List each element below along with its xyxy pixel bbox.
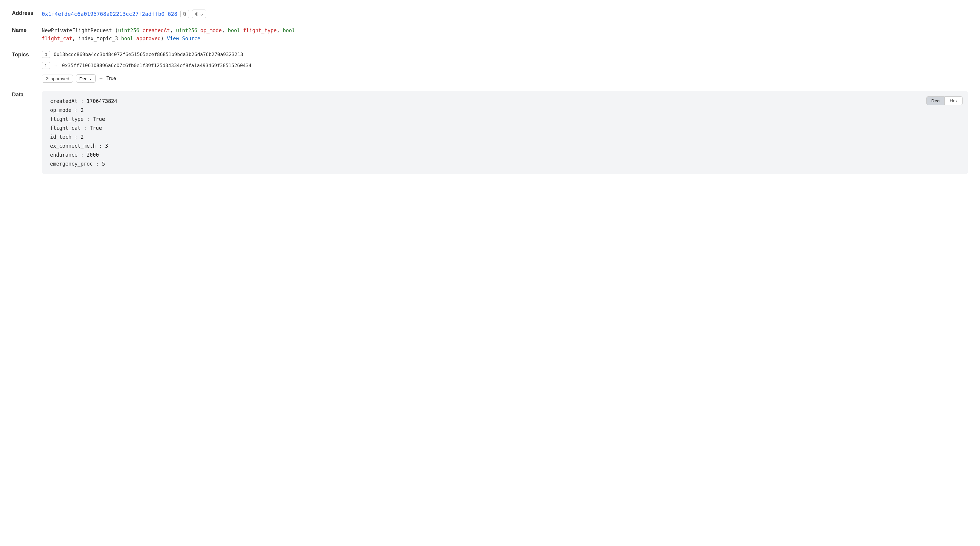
param1-type: uint256 bbox=[118, 27, 140, 34]
paren-open: ( bbox=[115, 27, 118, 34]
dec-button[interactable]: Dec bbox=[926, 96, 945, 105]
field-value-flight_cat: True bbox=[90, 125, 102, 131]
field-sep-op_mode: : bbox=[72, 107, 81, 113]
data-field-flight_type: flight_type : True bbox=[50, 116, 960, 122]
approved-value: True bbox=[107, 76, 116, 81]
approved-badge: 2: approved bbox=[42, 75, 73, 83]
topics-label: Topics bbox=[12, 51, 42, 58]
field-value-createdAt: 1706473824 bbox=[87, 98, 117, 104]
function-name: NewPrivateFlightRequest bbox=[42, 27, 112, 34]
zoom-icon: ⊕ bbox=[195, 11, 199, 17]
data-field-endurance: endurance : 2000 bbox=[50, 152, 960, 158]
approved-arrow: → bbox=[99, 76, 103, 81]
topics-row: Topics 0 0x13bcdc869ba4cc3b484072f6e5156… bbox=[12, 51, 968, 83]
field-sep-ex_connect_meth: : bbox=[96, 143, 105, 149]
topic-hash-1: 0x35ff7106108896a6c07c6fb0e1f39f125d3433… bbox=[62, 63, 251, 68]
copy-icon: ⧉ bbox=[183, 11, 186, 17]
field-sep-id_tech: : bbox=[72, 134, 81, 140]
field-sep-flight_cat: : bbox=[81, 125, 90, 131]
name-row: Name NewPrivateFlightRequest (uint256 cr… bbox=[12, 27, 968, 43]
field-sep-flight_type: : bbox=[84, 116, 93, 122]
param3-name: flight_type bbox=[243, 27, 277, 34]
data-row: Data Dec Hex createdAt : 1706473824op_mo… bbox=[12, 91, 968, 174]
field-value-emergency_proc: 5 bbox=[102, 161, 105, 167]
field-name-emergency_proc: emergency_proc bbox=[50, 161, 93, 167]
field-name-endurance: endurance bbox=[50, 152, 78, 158]
param4-name: flight_cat bbox=[42, 35, 72, 42]
topic-arrow-1: → bbox=[54, 63, 59, 68]
field-value-flight_type: True bbox=[93, 116, 105, 122]
address-label: Address bbox=[12, 10, 42, 16]
address-link[interactable]: 0x1f4efde4c6a0195768a02213cc27f2adffb0f6… bbox=[42, 11, 177, 17]
data-field-id_tech: id_tech : 2 bbox=[50, 134, 960, 140]
data-field-createdAt: createdAt : 1706473824 bbox=[50, 98, 960, 104]
field-sep-emergency_proc: : bbox=[93, 161, 102, 167]
copy-button[interactable]: ⧉ bbox=[180, 10, 189, 18]
data-field-emergency_proc: emergency_proc : 5 bbox=[50, 161, 960, 167]
zoom-button[interactable]: ⊕ ⌄ bbox=[192, 10, 206, 18]
data-controls: Dec Hex bbox=[926, 96, 963, 105]
topic-index-1: 1 bbox=[42, 62, 50, 69]
data-box: Dec Hex createdAt : 1706473824op_mode : … bbox=[42, 91, 968, 174]
dec-chevron: ⌄ bbox=[89, 76, 92, 81]
param2-type: uint256 bbox=[176, 27, 197, 34]
topics-content: 0 0x13bcdc869ba4cc3b484072f6e51565ecef86… bbox=[42, 51, 968, 83]
address-row: Address 0x1f4efde4c6a0195768a02213cc27f2… bbox=[12, 10, 968, 18]
param2-name: op_mode bbox=[200, 27, 222, 34]
field-sep-endurance: : bbox=[78, 152, 87, 158]
field-value-ex_connect_meth: 3 bbox=[105, 143, 108, 149]
param5-name: approved bbox=[136, 35, 161, 42]
zoom-chevron: ⌄ bbox=[200, 11, 204, 17]
data-field-flight_cat: flight_cat : True bbox=[50, 125, 960, 131]
data-content: Dec Hex createdAt : 1706473824op_mode : … bbox=[42, 91, 968, 174]
field-name-flight_type: flight_type bbox=[50, 116, 84, 122]
hex-button[interactable]: Hex bbox=[945, 96, 963, 105]
param1-name: createdAt bbox=[142, 27, 170, 34]
data-label: Data bbox=[12, 91, 42, 98]
field-value-id_tech: 2 bbox=[81, 134, 83, 140]
topic-row-1: 1 → 0x35ff7106108896a6c07c6fb0e1f39f125d… bbox=[42, 62, 968, 69]
data-field-op_mode: op_mode : 2 bbox=[50, 107, 960, 113]
dec-label: Dec bbox=[79, 76, 88, 81]
address-content: 0x1f4efde4c6a0195768a02213cc27f2adffb0f6… bbox=[42, 10, 968, 18]
field-name-createdAt: createdAt bbox=[50, 98, 78, 104]
param5-type: bool bbox=[121, 35, 133, 42]
approved-row: 2: approved Dec ⌄ → True bbox=[42, 74, 968, 83]
topic-hash-0: 0x13bcdc869ba4cc3b484072f6e51565ecef8685… bbox=[54, 52, 243, 57]
data-field-ex_connect_meth: ex_connect_meth : 3 bbox=[50, 143, 960, 149]
field-name-ex_connect_meth: ex_connect_meth bbox=[50, 143, 96, 149]
field-value-endurance: 2000 bbox=[87, 152, 99, 158]
data-fields: createdAt : 1706473824op_mode : 2flight_… bbox=[50, 98, 960, 167]
field-name-op_mode: op_mode bbox=[50, 107, 72, 113]
field-name-flight_cat: flight_cat bbox=[50, 125, 81, 131]
field-name-id_tech: id_tech bbox=[50, 134, 72, 140]
param5-plain: index_topic_3 bbox=[78, 35, 118, 42]
field-sep-createdAt: : bbox=[78, 98, 87, 104]
view-source-link[interactable]: View Source bbox=[164, 35, 200, 42]
topic-index-0: 0 bbox=[42, 51, 50, 58]
name-content: NewPrivateFlightRequest (uint256 created… bbox=[42, 27, 968, 43]
dec-dropdown[interactable]: Dec ⌄ bbox=[76, 74, 95, 83]
field-value-op_mode: 2 bbox=[81, 107, 83, 113]
name-label: Name bbox=[12, 27, 42, 34]
topics-list: 0 0x13bcdc869ba4cc3b484072f6e51565ecef86… bbox=[42, 51, 968, 83]
param4-type: bool bbox=[283, 27, 295, 34]
param3-type: bool bbox=[228, 27, 240, 34]
topic-row-0: 0 0x13bcdc869ba4cc3b484072f6e51565ecef86… bbox=[42, 51, 968, 58]
